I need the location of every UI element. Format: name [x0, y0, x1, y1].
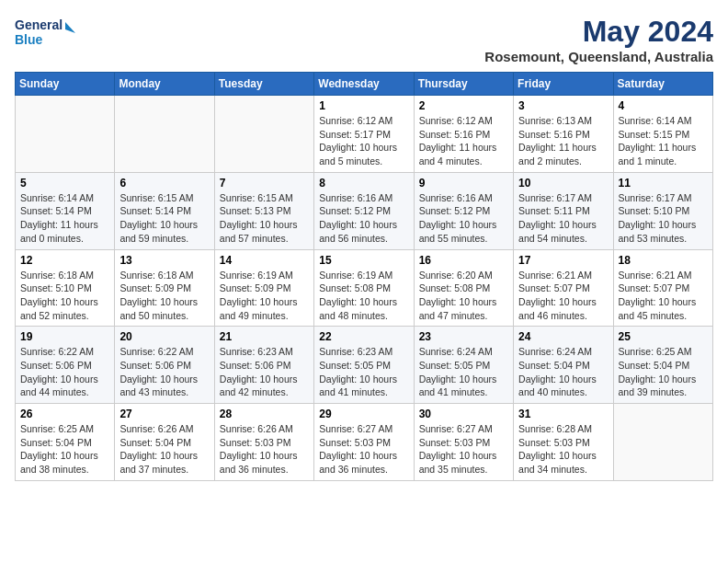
- day-number: 4: [619, 99, 708, 112]
- logo-svg: General Blue: [15, 15, 79, 53]
- calendar-cell: 22Sunrise: 6:23 AM Sunset: 5:05 PM Dayli…: [314, 327, 414, 404]
- calendar-cell: [214, 96, 313, 173]
- day-info: Sunrise: 6:14 AM Sunset: 5:15 PM Dayligh…: [619, 114, 708, 168]
- day-info: Sunrise: 6:23 AM Sunset: 5:06 PM Dayligh…: [220, 345, 309, 399]
- calendar-cell: 29Sunrise: 6:27 AM Sunset: 5:03 PM Dayli…: [314, 404, 414, 481]
- calendar-cell: 28Sunrise: 6:26 AM Sunset: 5:03 PM Dayli…: [214, 404, 313, 481]
- day-info: Sunrise: 6:18 AM Sunset: 5:09 PM Dayligh…: [119, 269, 209, 323]
- svg-marker-2: [65, 22, 75, 33]
- calendar-cell: 21Sunrise: 6:23 AM Sunset: 5:06 PM Dayli…: [214, 327, 313, 404]
- day-info: Sunrise: 6:19 AM Sunset: 5:09 PM Dayligh…: [220, 269, 309, 323]
- calendar-table: SundayMondayTuesdayWednesdayThursdayFrid…: [15, 72, 713, 481]
- day-number: 1: [319, 99, 408, 112]
- day-header-friday: Friday: [514, 73, 613, 96]
- day-number: 22: [319, 330, 408, 343]
- calendar-cell: 6Sunrise: 6:15 AM Sunset: 5:14 PM Daylig…: [115, 172, 214, 249]
- day-number: 28: [220, 408, 309, 420]
- day-number: 31: [518, 408, 608, 420]
- day-info: Sunrise: 6:24 AM Sunset: 5:04 PM Dayligh…: [518, 345, 608, 399]
- calendar-cell: 17Sunrise: 6:21 AM Sunset: 5:07 PM Dayli…: [514, 249, 613, 327]
- calendar-week-3: 12Sunrise: 6:18 AM Sunset: 5:10 PM Dayli…: [16, 249, 713, 327]
- day-number: 26: [20, 408, 109, 420]
- calendar-cell: 18Sunrise: 6:21 AM Sunset: 5:07 PM Dayli…: [613, 249, 712, 327]
- day-number: 25: [619, 330, 708, 343]
- day-info: Sunrise: 6:21 AM Sunset: 5:07 PM Dayligh…: [619, 269, 708, 323]
- calendar-header-row: SundayMondayTuesdayWednesdayThursdayFrid…: [16, 73, 713, 96]
- day-header-wednesday: Wednesday: [314, 73, 414, 96]
- calendar-cell: 16Sunrise: 6:20 AM Sunset: 5:08 PM Dayli…: [414, 249, 513, 327]
- calendar-week-5: 26Sunrise: 6:25 AM Sunset: 5:04 PM Dayli…: [16, 404, 713, 481]
- day-info: Sunrise: 6:20 AM Sunset: 5:08 PM Dayligh…: [419, 269, 508, 323]
- day-number: 13: [119, 254, 209, 267]
- day-info: Sunrise: 6:26 AM Sunset: 5:04 PM Dayligh…: [119, 422, 209, 477]
- day-info: Sunrise: 6:27 AM Sunset: 5:03 PM Dayligh…: [419, 422, 508, 477]
- calendar-cell: 30Sunrise: 6:27 AM Sunset: 5:03 PM Dayli…: [414, 404, 513, 481]
- calendar-cell: 10Sunrise: 6:17 AM Sunset: 5:11 PM Dayli…: [514, 172, 613, 249]
- calendar-cell: 4Sunrise: 6:14 AM Sunset: 5:15 PM Daylig…: [613, 96, 712, 173]
- day-number: 24: [518, 330, 608, 343]
- calendar-cell: 23Sunrise: 6:24 AM Sunset: 5:05 PM Dayli…: [414, 327, 513, 404]
- day-number: 17: [518, 254, 608, 267]
- day-info: Sunrise: 6:13 AM Sunset: 5:16 PM Dayligh…: [518, 114, 608, 168]
- day-info: Sunrise: 6:28 AM Sunset: 5:03 PM Dayligh…: [518, 422, 608, 477]
- day-number: 6: [119, 177, 209, 190]
- calendar-cell: 2Sunrise: 6:12 AM Sunset: 5:16 PM Daylig…: [414, 96, 513, 173]
- calendar-cell: 12Sunrise: 6:18 AM Sunset: 5:10 PM Dayli…: [16, 249, 115, 327]
- logo: General Blue: [15, 15, 79, 53]
- calendar-cell: 14Sunrise: 6:19 AM Sunset: 5:09 PM Dayli…: [214, 249, 313, 327]
- day-number: 23: [419, 330, 508, 343]
- day-number: 15: [319, 254, 408, 267]
- calendar-cell: [115, 96, 214, 173]
- day-info: Sunrise: 6:17 AM Sunset: 5:10 PM Dayligh…: [619, 191, 708, 246]
- day-info: Sunrise: 6:26 AM Sunset: 5:03 PM Dayligh…: [220, 422, 309, 477]
- title-block: May 2024 Rosemount, Queensland, Australi…: [484, 15, 713, 64]
- day-info: Sunrise: 6:22 AM Sunset: 5:06 PM Dayligh…: [20, 345, 109, 399]
- calendar-cell: 31Sunrise: 6:28 AM Sunset: 5:03 PM Dayli…: [514, 404, 613, 481]
- day-number: 10: [518, 177, 608, 190]
- day-number: 11: [619, 177, 708, 190]
- day-info: Sunrise: 6:12 AM Sunset: 5:16 PM Dayligh…: [419, 114, 508, 168]
- svg-text:General: General: [15, 17, 63, 32]
- calendar-cell: 9Sunrise: 6:16 AM Sunset: 5:12 PM Daylig…: [414, 172, 513, 249]
- day-info: Sunrise: 6:16 AM Sunset: 5:12 PM Dayligh…: [419, 191, 508, 246]
- calendar-cell: [16, 96, 115, 173]
- calendar-cell: 7Sunrise: 6:15 AM Sunset: 5:13 PM Daylig…: [214, 172, 313, 249]
- day-info: Sunrise: 6:22 AM Sunset: 5:06 PM Dayligh…: [119, 345, 209, 399]
- calendar-cell: 19Sunrise: 6:22 AM Sunset: 5:06 PM Dayli…: [16, 327, 115, 404]
- calendar-cell: 20Sunrise: 6:22 AM Sunset: 5:06 PM Dayli…: [115, 327, 214, 404]
- calendar-cell: 13Sunrise: 6:18 AM Sunset: 5:09 PM Dayli…: [115, 249, 214, 327]
- day-header-monday: Monday: [115, 73, 214, 96]
- location: Rosemount, Queensland, Australia: [484, 49, 713, 64]
- day-number: 21: [220, 330, 309, 343]
- calendar-cell: 3Sunrise: 6:13 AM Sunset: 5:16 PM Daylig…: [514, 96, 613, 173]
- day-number: 30: [419, 408, 508, 420]
- day-header-thursday: Thursday: [414, 73, 513, 96]
- calendar-week-4: 19Sunrise: 6:22 AM Sunset: 5:06 PM Dayli…: [16, 327, 713, 404]
- day-header-sunday: Sunday: [16, 73, 115, 96]
- calendar-cell: [613, 404, 712, 481]
- day-number: 18: [619, 254, 708, 267]
- page-header: General Blue May 2024 Rosemount, Queensl…: [15, 15, 713, 64]
- day-info: Sunrise: 6:16 AM Sunset: 5:12 PM Dayligh…: [319, 191, 408, 246]
- calendar-week-1: 1Sunrise: 6:12 AM Sunset: 5:17 PM Daylig…: [16, 96, 713, 173]
- calendar-cell: 5Sunrise: 6:14 AM Sunset: 5:14 PM Daylig…: [16, 172, 115, 249]
- calendar-cell: 8Sunrise: 6:16 AM Sunset: 5:12 PM Daylig…: [314, 172, 414, 249]
- day-info: Sunrise: 6:25 AM Sunset: 5:04 PM Dayligh…: [20, 422, 109, 477]
- day-number: 27: [119, 408, 209, 420]
- day-number: 20: [119, 330, 209, 343]
- day-info: Sunrise: 6:15 AM Sunset: 5:14 PM Dayligh…: [119, 191, 209, 246]
- day-info: Sunrise: 6:25 AM Sunset: 5:04 PM Dayligh…: [619, 345, 708, 399]
- day-number: 2: [419, 99, 508, 112]
- day-info: Sunrise: 6:12 AM Sunset: 5:17 PM Dayligh…: [319, 114, 408, 168]
- calendar-cell: 1Sunrise: 6:12 AM Sunset: 5:17 PM Daylig…: [314, 96, 414, 173]
- day-info: Sunrise: 6:18 AM Sunset: 5:10 PM Dayligh…: [20, 269, 109, 323]
- day-number: 12: [20, 254, 109, 267]
- day-number: 19: [20, 330, 109, 343]
- day-info: Sunrise: 6:23 AM Sunset: 5:05 PM Dayligh…: [319, 345, 408, 399]
- day-number: 16: [419, 254, 508, 267]
- day-number: 3: [518, 99, 608, 112]
- month-year: May 2024: [484, 15, 713, 49]
- svg-text:Blue: Blue: [15, 32, 43, 47]
- day-info: Sunrise: 6:15 AM Sunset: 5:13 PM Dayligh…: [220, 191, 309, 246]
- day-info: Sunrise: 6:21 AM Sunset: 5:07 PM Dayligh…: [518, 269, 608, 323]
